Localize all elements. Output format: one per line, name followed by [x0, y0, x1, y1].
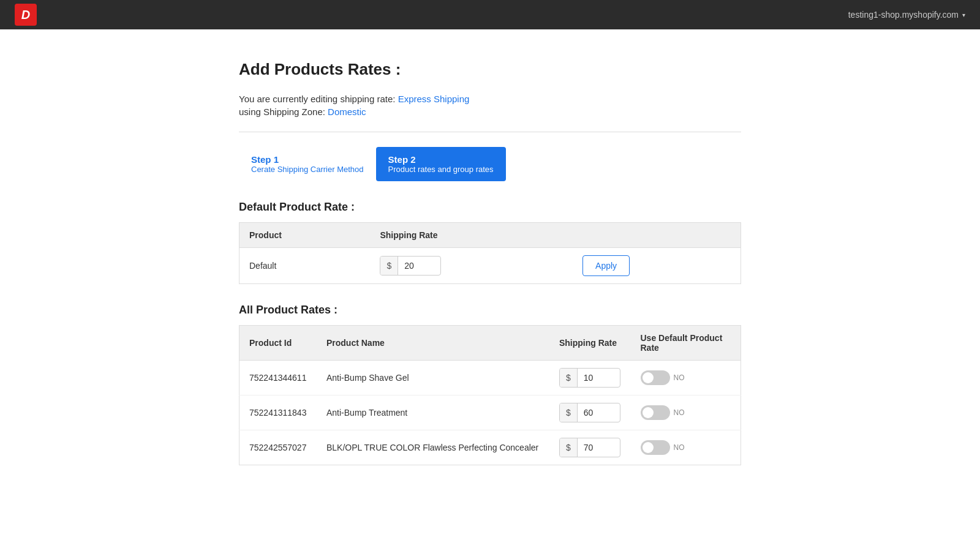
toggle-wrap-1: NO: [641, 405, 731, 420]
divider: [239, 132, 741, 132]
default-rate-field[interactable]: [398, 257, 435, 275]
default-rate-table: Product Shipping Rate Default $ Apply: [239, 222, 741, 284]
default-rate-header-row: Product Shipping Rate: [239, 223, 741, 248]
steps-container: Step 1 Cerate Shipping Carrier Method St…: [239, 147, 741, 181]
currency-symbol-2: $: [560, 438, 578, 457]
all-rates-header-row: Product Id Product Name Shipping Rate Us…: [239, 326, 741, 361]
table-row: 752242557027 BLK/OPL TRUE COLOR Flawless…: [239, 430, 741, 465]
toggle-label-1: NO: [674, 408, 685, 417]
editing-label: You are currently editing shipping rate:: [239, 94, 395, 104]
product-id-cell: 752241311843: [239, 395, 317, 430]
apply-button[interactable]: Apply: [582, 255, 630, 276]
editing-info: You are currently editing shipping rate:…: [239, 94, 741, 104]
page-title: Add Products Rates :: [239, 60, 741, 79]
currency-symbol-1: $: [560, 403, 578, 422]
toggle-2[interactable]: [641, 440, 670, 455]
col-use-default: Use Default Product Rate: [631, 326, 741, 361]
table-row: 752241311843 Anti-Bump Treatment $ NO: [239, 395, 741, 430]
editing-rate-link[interactable]: Express Shipping: [398, 94, 470, 104]
use-default-cell: NO: [631, 361, 741, 395]
product-id-cell: 752242557027: [239, 430, 317, 465]
default-col-action: [573, 223, 741, 248]
currency-symbol-0: $: [560, 369, 578, 387]
app-logo: D: [15, 4, 37, 26]
store-dropdown-arrow: ▾: [962, 12, 965, 18]
toggle-1[interactable]: [641, 405, 670, 420]
use-default-cell: NO: [631, 395, 741, 430]
toggle-wrap-0: NO: [641, 370, 731, 385]
default-currency-input[interactable]: $: [380, 256, 441, 276]
table-row: 752241344611 Anti-Bump Shave Gel $ NO: [239, 361, 741, 395]
all-rates-title: All Product Rates :: [239, 304, 741, 317]
toggle-label-0: NO: [674, 373, 685, 382]
use-default-cell: NO: [631, 430, 741, 465]
product-rate-field-1[interactable]: [578, 403, 614, 422]
toggle-label-2: NO: [674, 443, 685, 452]
toggle-slider-1: [641, 405, 670, 420]
default-product-name: Default: [239, 248, 371, 284]
default-apply-cell: Apply: [573, 248, 741, 284]
shipping-rate-cell: $: [549, 395, 631, 430]
product-currency-input-0[interactable]: $: [559, 368, 620, 388]
toggle-0[interactable]: [641, 370, 670, 385]
step1-number: Step 1: [251, 154, 364, 165]
default-col-rate: Shipping Rate: [370, 223, 573, 248]
toggle-slider-0: [641, 370, 670, 385]
main-content: Add Products Rates : You are currently e…: [214, 29, 766, 515]
top-navigation: D testing1-shop.myshopify.com ▾: [0, 0, 980, 29]
zone-link[interactable]: Domestic: [328, 107, 366, 117]
store-name: testing1-shop.myshopify.com: [848, 10, 959, 20]
shipping-rate-cell: $: [549, 430, 631, 465]
col-shipping-rate: Shipping Rate: [549, 326, 631, 361]
step-1[interactable]: Step 1 Cerate Shipping Carrier Method: [239, 147, 376, 181]
product-id-cell: 752241344611: [239, 361, 317, 395]
col-product-id: Product Id: [239, 326, 317, 361]
product-rate-field-0[interactable]: [578, 369, 614, 387]
toggle-slider-2: [641, 440, 670, 455]
product-name-cell: Anti-Bump Shave Gel: [317, 361, 549, 395]
product-currency-input-2[interactable]: $: [559, 438, 620, 457]
step2-label: Product rates and group rates: [388, 165, 494, 174]
default-rate-title: Default Product Rate :: [239, 201, 741, 214]
default-currency-symbol: $: [380, 257, 398, 275]
default-rate-row: Default $ Apply: [239, 248, 741, 284]
shipping-rate-cell: $: [549, 361, 631, 395]
product-rate-field-2[interactable]: [578, 438, 614, 457]
col-product-name: Product Name: [317, 326, 549, 361]
default-col-product: Product: [239, 223, 371, 248]
product-currency-input-1[interactable]: $: [559, 403, 620, 422]
product-name-cell: Anti-Bump Treatment: [317, 395, 549, 430]
zone-label: using Shipping Zone:: [239, 107, 325, 117]
toggle-wrap-2: NO: [641, 440, 731, 455]
step-2: Step 2 Product rates and group rates: [376, 147, 506, 181]
zone-info: using Shipping Zone: Domestic: [239, 107, 741, 117]
product-name-cell: BLK/OPL TRUE COLOR Flawless Perfecting C…: [317, 430, 549, 465]
step1-label: Cerate Shipping Carrier Method: [251, 165, 364, 174]
step2-number: Step 2: [388, 154, 494, 165]
store-selector[interactable]: testing1-shop.myshopify.com ▾: [848, 10, 965, 20]
default-rate-input-cell: $: [370, 248, 573, 284]
all-rates-table: Product Id Product Name Shipping Rate Us…: [239, 325, 741, 465]
